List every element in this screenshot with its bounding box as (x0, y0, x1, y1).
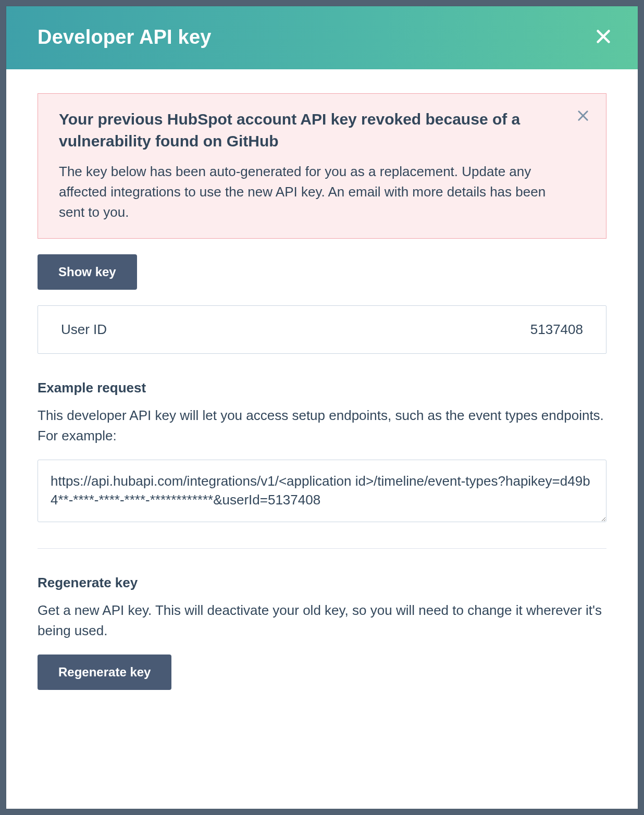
modal-body: Your previous HubSpot account API key re… (6, 69, 638, 809)
example-request-code[interactable] (38, 460, 606, 522)
alert-title: Your previous HubSpot account API key re… (59, 108, 585, 152)
regenerate-desc: Get a new API key. This will deactivate … (38, 600, 606, 641)
alert-close-button[interactable] (573, 105, 593, 128)
regenerate-title: Regenerate key (38, 575, 606, 591)
close-button[interactable] (590, 23, 617, 52)
close-icon (576, 117, 590, 125)
user-id-value: 5137408 (530, 322, 583, 338)
user-id-label: User ID (61, 322, 107, 338)
user-id-box: User ID 5137408 (38, 305, 606, 354)
example-request-title: Example request (38, 380, 606, 396)
alert-banner: Your previous HubSpot account API key re… (38, 93, 606, 239)
alert-body: The key below has been auto-generated fo… (59, 162, 585, 223)
developer-api-key-modal: Developer API key Your previous HubSpot … (6, 6, 638, 809)
modal-title: Developer API key (38, 26, 212, 48)
example-request-desc: This developer API key will let you acce… (38, 405, 606, 446)
divider (38, 548, 606, 549)
show-key-button[interactable]: Show key (38, 254, 137, 290)
close-icon (594, 40, 613, 47)
regenerate-key-button[interactable]: Regenerate key (38, 655, 171, 690)
modal-header: Developer API key (6, 6, 638, 69)
